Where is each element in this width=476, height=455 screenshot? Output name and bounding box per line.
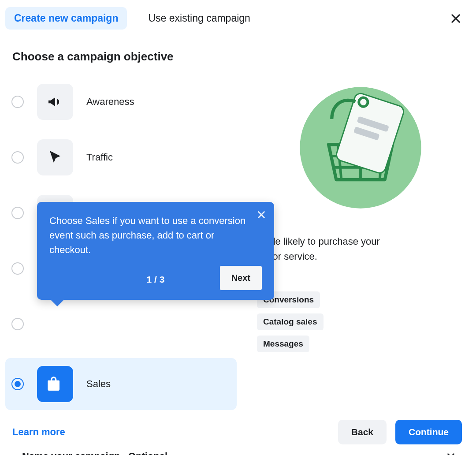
coach-tooltip: Choose Sales if you want to use a conver… — [37, 202, 274, 300]
chevron-down-icon — [445, 450, 457, 455]
radio[interactable] — [11, 207, 24, 219]
objective-sales[interactable]: Sales — [5, 358, 237, 410]
section-title: Choose a campaign objective — [12, 50, 464, 63]
name-campaign-toggle[interactable]: Name your campaign · Optional — [5, 450, 464, 455]
tab-use-existing-campaign[interactable]: Use existing campaign — [139, 7, 259, 30]
close-icon[interactable] — [450, 12, 462, 26]
dialog-footer: Learn more Back Continue — [12, 420, 462, 444]
sales-illustration — [297, 84, 424, 212]
objective-label: Sales — [86, 378, 111, 390]
campaign-mode-tabs: Create new campaign Use existing campaig… — [5, 0, 464, 30]
radio[interactable] — [11, 378, 24, 390]
detail-description: eople likely to purchase your uct or ser… — [257, 234, 464, 264]
good-for-pill: Catalog sales — [257, 313, 324, 330]
objective-label: Awareness — [86, 96, 134, 108]
name-campaign-label: Name your campaign · Optional — [22, 451, 167, 455]
bullhorn-icon — [37, 84, 73, 120]
good-for-pill: Messages — [257, 336, 309, 352]
radio[interactable] — [11, 96, 24, 108]
tooltip-arrow — [50, 299, 64, 306]
radio[interactable] — [11, 151, 24, 164]
detail-heading-fragment: s — [257, 220, 464, 234]
tooltip-step-counter: 1 / 3 — [147, 274, 165, 285]
tab-create-new-campaign[interactable]: Create new campaign — [5, 7, 127, 30]
objective-label: Traffic — [86, 152, 113, 163]
radio[interactable] — [11, 262, 24, 275]
cursor-icon — [37, 139, 73, 175]
desc-fragment: likely to purchase your — [281, 236, 380, 247]
continue-button[interactable]: Continue — [395, 420, 462, 444]
close-icon[interactable] — [257, 210, 266, 221]
objective-awareness[interactable]: Awareness — [5, 80, 237, 123]
radio[interactable] — [11, 318, 24, 330]
good-for-list: Conversions Catalog sales Messages — [257, 291, 464, 352]
learn-more-link[interactable]: Learn more — [12, 426, 65, 438]
objective-traffic[interactable]: Traffic — [5, 136, 237, 179]
tooltip-next-button[interactable]: Next — [220, 266, 262, 290]
objective-hidden-2[interactable] — [5, 302, 237, 346]
bag-icon — [37, 366, 73, 402]
tooltip-text: Choose Sales if you want to use a conver… — [49, 213, 262, 257]
good-for-label: for: — [257, 274, 464, 285]
back-button[interactable]: Back — [338, 420, 387, 444]
